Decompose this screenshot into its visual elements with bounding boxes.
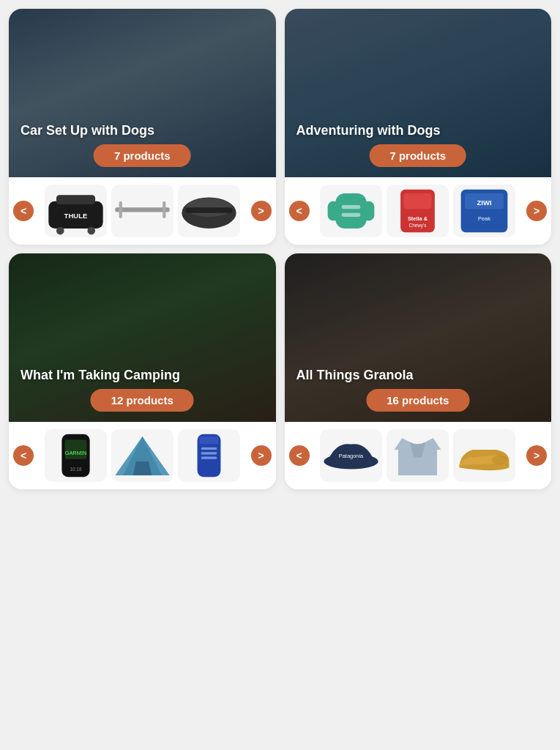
card-title: Car Set Up with Dogs: [20, 122, 154, 139]
svg-rect-35: [201, 457, 217, 459]
next-button[interactable]: >: [251, 201, 272, 221]
product-carousel: < Patagonia >: [285, 422, 552, 489]
product-carousel: < Stella & Chewy's ZIWI Peak >: [285, 177, 552, 245]
svg-text:THULE: THULE: [64, 212, 87, 220]
card-car-dogs[interactable]: Car Set Up with Dogs7 products< THULE >: [9, 9, 276, 245]
svg-rect-7: [163, 201, 165, 218]
product-thumb-rack[interactable]: [111, 185, 173, 237]
svg-text:GARMIN: GARMIN: [64, 450, 86, 456]
svg-text:ZIWI: ZIWI: [477, 198, 492, 207]
card-badge: 16 products: [366, 389, 469, 412]
card-image-adventure-dogs: Adventuring with Dogs7 products: [285, 9, 552, 177]
svg-text:Peak: Peak: [478, 215, 490, 222]
card-title: Adventuring with Dogs: [296, 122, 441, 139]
next-button[interactable]: >: [526, 445, 547, 466]
svg-rect-34: [201, 452, 217, 454]
product-thumb-hat[interactable]: Patagonia: [320, 429, 382, 482]
svg-rect-6: [119, 201, 122, 218]
product-thumb-garmin[interactable]: 10:18 GARMIN: [45, 429, 107, 482]
next-button[interactable]: >: [251, 445, 272, 466]
svg-rect-13: [363, 201, 375, 221]
product-thumb-dog-food[interactable]: Stella & Chewy's: [387, 185, 449, 237]
product-thumb-lifejacket[interactable]: [320, 185, 382, 237]
svg-marker-30: [133, 461, 152, 475]
svg-rect-32: [200, 437, 219, 445]
product-thumb-shoes[interactable]: [453, 429, 515, 482]
main-grid: Car Set Up with Dogs7 products< THULE >A…: [0, 0, 560, 498]
card-badge: 7 products: [94, 144, 191, 167]
next-button[interactable]: >: [526, 201, 547, 221]
card-badge: 12 products: [91, 389, 194, 412]
prev-button[interactable]: <: [289, 201, 310, 221]
svg-text:Patagonia: Patagonia: [339, 453, 364, 459]
card-title: What I'm Taking Camping: [20, 367, 180, 384]
svg-rect-15: [342, 213, 361, 217]
product-thumbnails: Patagonia: [313, 429, 524, 482]
prev-button[interactable]: <: [13, 201, 34, 221]
product-thumb-water[interactable]: [178, 429, 240, 482]
svg-rect-14: [342, 205, 361, 209]
svg-rect-10: [185, 207, 232, 212]
svg-text:Stella &: Stella &: [408, 215, 428, 222]
svg-rect-17: [404, 193, 432, 209]
product-thumb-cargo[interactable]: [178, 185, 240, 237]
card-adventure-dogs[interactable]: Adventuring with Dogs7 products< Stella …: [285, 9, 552, 245]
svg-text:10:18: 10:18: [70, 467, 81, 472]
card-granola[interactable]: All Things Granola16 products< Patagonia…: [285, 253, 552, 489]
card-title: All Things Granola: [296, 367, 414, 384]
svg-point-38: [492, 455, 507, 464]
product-thumb-hoodie[interactable]: [387, 429, 449, 482]
card-badge: 7 products: [369, 144, 466, 167]
card-image-car-dogs: Car Set Up with Dogs7 products: [9, 9, 276, 177]
svg-rect-1: [56, 195, 95, 204]
svg-rect-33: [201, 448, 217, 450]
product-thumb-thule[interactable]: THULE: [45, 185, 107, 237]
svg-rect-12: [328, 201, 340, 221]
svg-rect-5: [115, 207, 169, 212]
product-thumbnails: THULE: [37, 185, 248, 237]
prev-button[interactable]: <: [13, 445, 34, 466]
card-image-camping: What I'm Taking Camping12 products: [9, 253, 276, 422]
svg-point-3: [56, 227, 64, 235]
card-camping[interactable]: What I'm Taking Camping12 products< 10:1…: [9, 253, 276, 489]
svg-text:Chewy's: Chewy's: [409, 223, 427, 229]
product-thumb-tent[interactable]: [111, 429, 173, 482]
product-thumbnails: 10:18 GARMIN: [37, 429, 248, 482]
card-image-granola: All Things Granola16 products: [285, 253, 552, 422]
svg-rect-11: [336, 193, 367, 229]
product-thumbnails: Stella & Chewy's ZIWI Peak: [313, 185, 524, 237]
product-carousel: < THULE >: [9, 177, 276, 245]
product-carousel: < 10:18 GARMIN >: [9, 422, 276, 489]
product-thumb-ziwi[interactable]: ZIWI Peak: [453, 185, 515, 237]
svg-point-4: [87, 227, 95, 235]
prev-button[interactable]: <: [289, 445, 310, 466]
